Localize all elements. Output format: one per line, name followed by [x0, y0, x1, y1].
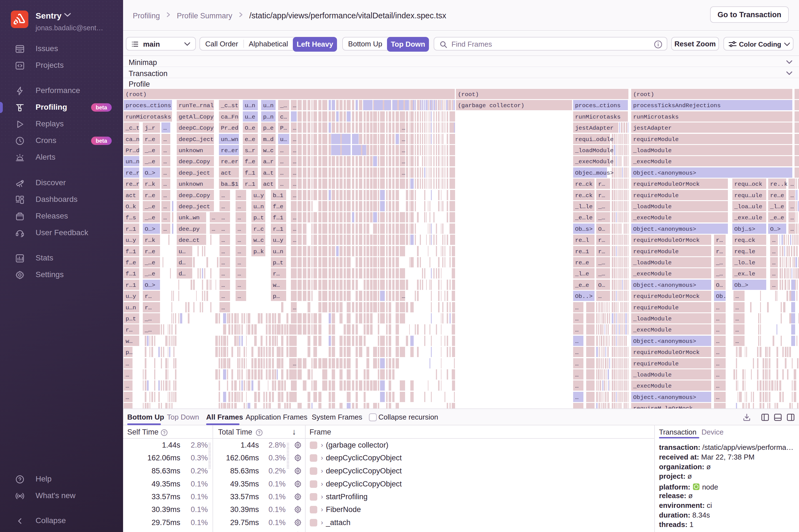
svg-text:p…: p… — [126, 349, 132, 356]
svg-text:u…n: u…n — [273, 248, 283, 255]
svg-text:…: … — [221, 305, 225, 311]
svg-text:u…n: u…n — [263, 102, 274, 109]
svg-text:r…: r… — [145, 305, 152, 311]
svg-text:un…wn: un…wn — [221, 136, 238, 143]
svg-text:deep…ject: deep…ject — [179, 170, 210, 176]
svg-text:u…y: u…y — [126, 237, 136, 244]
svg-text:Object.<anonymous>: Object.<anonymous> — [633, 338, 696, 345]
svg-text:runMicrotasks: runMicrotasks — [633, 114, 679, 120]
svg-text:u…y: u…y — [126, 293, 136, 300]
svg-text:p…t: p…t — [126, 316, 136, 322]
svg-text:_…: _… — [716, 271, 723, 277]
svg-text:…: … — [716, 316, 720, 322]
svg-text:…: … — [212, 226, 215, 232]
svg-text:O…e: O…e — [245, 125, 255, 131]
svg-text:r…c: r…c — [253, 226, 264, 232]
svg-text:runMicrotasks: runMicrotasks — [126, 114, 171, 120]
svg-text:_…e: _…e — [145, 204, 155, 210]
svg-text:r…1: r…1 — [126, 226, 136, 232]
svg-text:dee…ct: dee…ct — [179, 237, 200, 244]
svg-text:…: … — [238, 192, 241, 199]
svg-text:r…: r… — [598, 192, 605, 199]
svg-text:ca…Fn: ca…Fn — [221, 114, 238, 120]
svg-text:Object.<anonymous>: Object.<anonymous> — [633, 282, 696, 288]
svg-text:…: … — [716, 361, 720, 367]
svg-text:deep…Copy: deep…Copy — [179, 158, 210, 165]
svg-text:Pr…ed: Pr…ed — [221, 125, 238, 131]
svg-text:requireModule: requireModule — [633, 361, 679, 367]
svg-text:re…e: re…e — [575, 260, 589, 266]
svg-text:…: … — [221, 192, 225, 199]
svg-text:_l…le: _l…le — [575, 204, 593, 210]
svg-text:re…er: re…er — [221, 158, 238, 165]
svg-text:Ob.: Ob. — [716, 293, 726, 300]
svg-text:(root): (root) — [126, 91, 147, 98]
svg-text:u…: u… — [280, 136, 287, 143]
svg-text:…: … — [575, 327, 579, 333]
svg-text:…: … — [736, 338, 739, 345]
svg-text:…: … — [238, 248, 241, 255]
svg-text:a…t: a…t — [263, 170, 274, 176]
svg-text:…: … — [280, 148, 284, 154]
svg-text:…: … — [598, 293, 602, 300]
svg-text:f…e: f…e — [126, 260, 136, 266]
svg-text:…: … — [736, 305, 739, 311]
svg-text:u…: u… — [179, 248, 186, 255]
svg-text:Object.<anonymous>: Object.<anonymous> — [633, 226, 696, 232]
svg-text:f…1: f…1 — [273, 215, 283, 221]
svg-text:…: … — [402, 125, 405, 131]
svg-text:_e…le: _e…le — [575, 215, 593, 221]
svg-text:…: … — [575, 361, 579, 367]
svg-text:r…: r… — [598, 237, 605, 244]
svg-text:processTicksAndRejections: processTicksAndRejections — [633, 102, 721, 109]
svg-text:…: … — [238, 293, 241, 300]
svg-text:u…n: u…n — [126, 305, 136, 311]
svg-text:…: … — [238, 237, 241, 244]
svg-text:…: … — [221, 226, 225, 232]
svg-text:…: … — [221, 204, 225, 210]
svg-text:requireModuleOrMock: requireModuleOrMock — [633, 237, 700, 244]
svg-text:r…1: r…1 — [245, 181, 255, 187]
svg-text:…: … — [238, 260, 241, 266]
svg-text:r…: r… — [716, 237, 723, 244]
svg-text:…: … — [221, 271, 225, 277]
svg-text:deepC…Copy: deepC…Copy — [179, 125, 213, 131]
svg-text:…: … — [716, 394, 720, 401]
svg-text:…: … — [126, 372, 129, 378]
svg-text:…: … — [575, 383, 579, 389]
svg-text:r…e: r…e — [145, 192, 155, 199]
svg-text:…: … — [402, 158, 405, 165]
svg-text:…: … — [575, 349, 579, 356]
svg-text:Ob..>: Ob..> — [575, 293, 593, 300]
svg-text:r…k: r…k — [145, 181, 155, 187]
svg-text:…: … — [575, 338, 579, 345]
svg-text:f…s: f…s — [126, 215, 136, 221]
svg-text:…: … — [163, 204, 167, 210]
svg-text:f…1: f…1 — [126, 248, 136, 255]
svg-text:dee…py: dee…py — [179, 226, 200, 232]
svg-text:…: … — [163, 170, 167, 176]
svg-text:_c…t: _c…t — [125, 125, 140, 131]
svg-text:_…e: _…e — [145, 260, 155, 266]
svg-text:…: … — [293, 237, 296, 244]
svg-text:_…e: _…e — [145, 215, 155, 221]
svg-text:ba…$1: ba…$1 — [221, 181, 238, 187]
svg-text:r…: r… — [598, 248, 605, 255]
svg-text:a…r: a…r — [263, 158, 274, 165]
svg-text:…: … — [791, 204, 794, 210]
svg-text:w…c: w…c — [263, 148, 274, 154]
svg-text:requ…ock: requ…ock — [734, 181, 762, 187]
svg-text:O…: O… — [598, 282, 605, 288]
svg-text:requireM…leOrMock: requireM…leOrMock — [633, 405, 693, 408]
svg-text:…: … — [293, 305, 296, 311]
svg-text:…: … — [772, 260, 776, 266]
svg-text:…: … — [126, 361, 129, 367]
svg-text:O…>: O…> — [145, 282, 155, 288]
svg-text:…: … — [402, 148, 405, 154]
svg-text:_loadModule: _loadModule — [633, 260, 672, 266]
svg-text:…: … — [163, 181, 167, 187]
svg-text:_loadModule: _loadModule — [633, 204, 672, 210]
svg-text:f…1: f…1 — [126, 271, 136, 277]
svg-text:_c…st: _c…st — [221, 102, 238, 109]
svg-text:r…: r… — [145, 293, 152, 300]
